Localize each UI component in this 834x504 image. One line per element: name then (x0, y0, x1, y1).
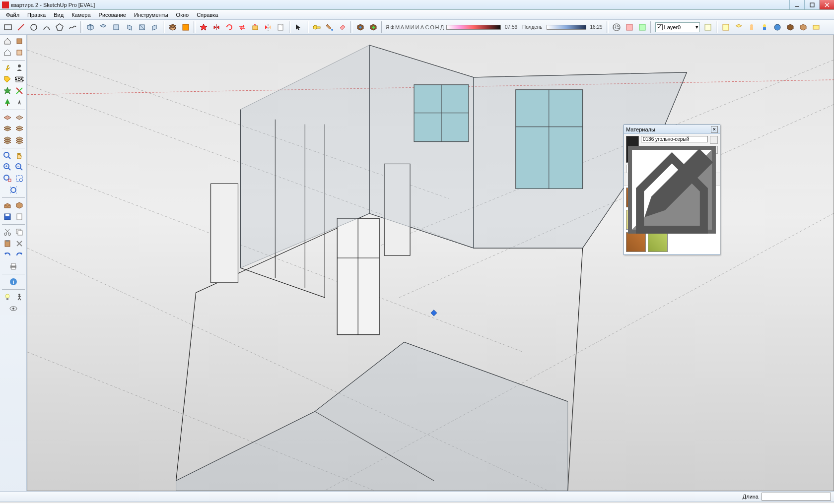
abc-icon[interactable]: ABC (14, 74, 25, 85)
wrench-icon[interactable] (2, 63, 13, 73)
extra-tool-1-icon[interactable] (720, 21, 732, 33)
explode-icon[interactable] (198, 21, 209, 33)
shadow-date-slider[interactable] (446, 25, 501, 30)
view-toggle-1-icon[interactable]: RS (611, 21, 623, 33)
menu-tools[interactable]: Инструменты (130, 11, 172, 19)
polygon-tool-icon[interactable] (54, 21, 66, 33)
stack-2-icon[interactable] (14, 124, 25, 134)
light-icon[interactable] (2, 292, 13, 303)
extra-tool-5-icon[interactable] (771, 21, 783, 33)
shadow-time-slider[interactable] (547, 25, 586, 30)
select-tool-icon[interactable] (293, 21, 305, 33)
close-button[interactable] (819, 0, 834, 9)
extra-tool-8-icon[interactable] (810, 21, 822, 33)
star-icon[interactable] (2, 85, 13, 96)
box-outline-icon[interactable] (14, 47, 25, 58)
minimize-button[interactable] (789, 0, 804, 9)
component-out-icon[interactable] (367, 21, 379, 33)
walk-icon[interactable] (14, 292, 25, 303)
menu-draw[interactable]: Рисование (95, 11, 130, 19)
stack-4-icon[interactable] (14, 135, 25, 146)
menu-view[interactable]: Вид (50, 11, 68, 19)
layer-manager-icon[interactable] (702, 21, 714, 33)
reverse-icon[interactable] (236, 21, 248, 33)
zoom-in-icon[interactable] (2, 162, 13, 173)
undo-icon[interactable] (2, 250, 13, 260)
front-view-icon[interactable] (110, 21, 122, 33)
eraser-tool-icon[interactable] (337, 21, 348, 33)
menu-window[interactable]: Окно (172, 11, 193, 19)
box-tool-icon[interactable] (14, 36, 25, 47)
view-toggle-2-icon[interactable] (624, 21, 635, 33)
extra-tool-3-icon[interactable] (746, 21, 758, 33)
extra-tool-7-icon[interactable] (797, 21, 809, 33)
menu-edit[interactable]: Правка (23, 11, 50, 19)
top-view-icon[interactable] (97, 21, 109, 33)
redo-icon[interactable] (14, 250, 25, 260)
delete-icon[interactable] (14, 238, 25, 249)
freehand-tool-icon[interactable] (67, 21, 78, 33)
zoom-out-icon[interactable] (14, 162, 25, 173)
menu-file[interactable]: Файл (2, 11, 23, 19)
line-tool-icon[interactable] (15, 21, 27, 33)
layers-icon[interactable] (167, 21, 179, 33)
materials-panel[interactable]: Материалы ✕ Выбрать Правка ⇦ ⇨ (624, 125, 720, 255)
menu-help[interactable]: Справка (193, 11, 222, 19)
extra-tool-4-icon[interactable] (759, 21, 770, 33)
maximize-button[interactable] (804, 0, 819, 9)
compass-icon[interactable] (14, 97, 25, 108)
copy-icon[interactable] (14, 227, 25, 238)
view-toggle-3-icon[interactable] (636, 21, 648, 33)
hand-tool-icon[interactable] (14, 150, 25, 161)
right-view-icon[interactable] (123, 21, 135, 33)
home-tool-icon[interactable] (2, 36, 13, 47)
tape-tool-icon[interactable] (311, 21, 323, 33)
plane-2-icon[interactable] (14, 112, 25, 123)
section-icon[interactable] (180, 21, 192, 33)
print-icon[interactable] (8, 261, 19, 272)
eye-icon[interactable] (8, 303, 19, 314)
arc-tool-icon[interactable] (41, 21, 53, 33)
left-view-icon[interactable] (149, 21, 161, 33)
plane-1-icon[interactable] (2, 112, 13, 123)
tree-icon[interactable] (2, 97, 13, 108)
person-icon[interactable] (14, 63, 25, 73)
rotate-icon[interactable] (223, 21, 235, 33)
open-box-icon[interactable] (2, 200, 13, 211)
closed-box-icon[interactable] (14, 200, 25, 211)
paint-tool-icon[interactable] (324, 21, 336, 33)
back-view-icon[interactable] (136, 21, 148, 33)
flip-icon[interactable] (210, 21, 222, 33)
zoom-previous-icon[interactable] (8, 185, 19, 195)
circle-tool-icon[interactable] (28, 21, 40, 33)
cross-icon[interactable] (14, 85, 25, 96)
home-outline-icon[interactable] (2, 47, 13, 58)
push-icon[interactable] (249, 21, 261, 33)
clipboard-icon[interactable] (14, 211, 25, 222)
rectangle-tool-icon[interactable] (2, 21, 14, 33)
save-icon[interactable] (2, 211, 13, 222)
iso-view-icon[interactable] (84, 21, 96, 33)
app-icon (2, 1, 9, 8)
component-in-icon[interactable] (354, 21, 366, 33)
materials-nav-home-icon[interactable] (645, 175, 653, 183)
layer-visible-check-icon[interactable]: ✓ (657, 24, 663, 30)
mirror-icon[interactable] (262, 21, 274, 33)
cut-icon[interactable] (2, 227, 13, 238)
layer-selector[interactable]: ✓ Layer0 ▾ (655, 22, 700, 32)
chevron-down-icon[interactable]: ▾ (695, 24, 698, 30)
info-icon[interactable]: i (8, 276, 19, 287)
length-input[interactable] (762, 493, 831, 501)
sheet-icon[interactable] (275, 21, 287, 33)
3d-viewport[interactable]: Материалы ✕ Выбрать Правка ⇦ ⇨ (27, 35, 834, 491)
magnifier-icon[interactable] (2, 150, 13, 161)
zoom-extents-icon[interactable] (2, 173, 13, 184)
zoom-window-icon[interactable] (14, 173, 25, 184)
paste-icon[interactable] (2, 238, 13, 249)
tag-icon[interactable] (2, 74, 13, 85)
extra-tool-6-icon[interactable] (784, 21, 796, 33)
stack-3-icon[interactable] (2, 135, 13, 146)
menu-camera[interactable]: Камера (68, 11, 94, 19)
extra-tool-2-icon[interactable] (733, 21, 745, 33)
stack-1-icon[interactable] (2, 124, 13, 134)
